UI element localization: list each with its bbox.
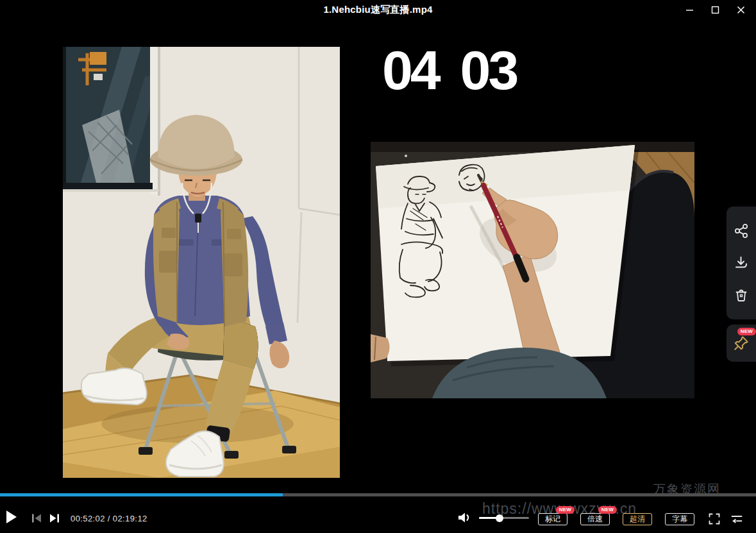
time-display: 00:52:02 / 02:19:12 (71, 514, 147, 523)
seek-bar-fill (0, 493, 283, 496)
share-button[interactable] (727, 223, 756, 239)
skip-previous-icon (30, 512, 43, 524)
download-icon (734, 255, 749, 271)
play-icon (6, 510, 17, 524)
subtitle-button-label: 字幕 (672, 514, 687, 523)
close-icon (737, 6, 745, 14)
speed-new-badge: NEW (598, 506, 617, 514)
volume-button[interactable] (457, 511, 471, 526)
fullscreen-icon (707, 512, 721, 525)
quality-button-label: 超清 (630, 514, 645, 523)
delete-button[interactable] (727, 287, 756, 303)
play-button[interactable] (6, 510, 17, 526)
playlist-collapse-icon (729, 513, 744, 525)
fullscreen-button[interactable] (707, 512, 721, 527)
maximize-button[interactable] (702, 0, 728, 19)
mark-button-label: 标记 (545, 514, 560, 523)
minimize-button[interactable] (676, 0, 702, 19)
subtitle-button[interactable]: 字幕 (665, 513, 694, 525)
pin-button[interactable] (727, 335, 756, 351)
download-button[interactable] (727, 255, 756, 271)
mark-new-badge: NEW (556, 506, 575, 514)
maximize-icon (711, 6, 719, 14)
pushpin-icon (733, 335, 750, 351)
playlist-button[interactable] (729, 513, 744, 527)
trash-icon (734, 287, 749, 303)
quality-button[interactable]: 超清 (623, 513, 652, 525)
side-tools-panel (727, 207, 756, 319)
previous-video-button[interactable] (30, 512, 43, 526)
speaker-icon (457, 511, 471, 524)
skip-next-icon (48, 512, 61, 524)
sketching-photo-graphic (371, 142, 694, 398)
countdown-timer-overlay: 04 03 (382, 42, 516, 97)
pin-new-badge: NEW (737, 328, 756, 335)
window-title: 1.Nehcbiu速写直播.mp4 (323, 4, 432, 16)
close-button[interactable] (728, 0, 753, 19)
next-video-button[interactable] (48, 512, 61, 526)
volume-slider[interactable] (479, 517, 529, 519)
video-frame-sketching-photo (371, 142, 694, 398)
volume-slider-fill (479, 517, 500, 519)
seek-bar[interactable] (0, 493, 756, 496)
model-photo-graphic (63, 47, 340, 478)
mark-button[interactable]: 标记 NEW (538, 513, 567, 525)
speed-button-label: 倍速 (587, 514, 603, 523)
volume-knob[interactable] (496, 514, 503, 522)
video-frame-model-photo (63, 47, 340, 478)
side-pin-panel: NEW (727, 325, 756, 362)
video-player-window: { "window": { "title": "1.Nehcbiu速写直播.mp… (0, 0, 756, 533)
minimize-icon (685, 6, 694, 14)
speed-button[interactable]: 倍速 NEW (580, 513, 610, 525)
window-controls (676, 0, 753, 19)
title-bar: 1.Nehcbiu速写直播.mp4 (0, 0, 756, 19)
share-icon (734, 223, 749, 239)
